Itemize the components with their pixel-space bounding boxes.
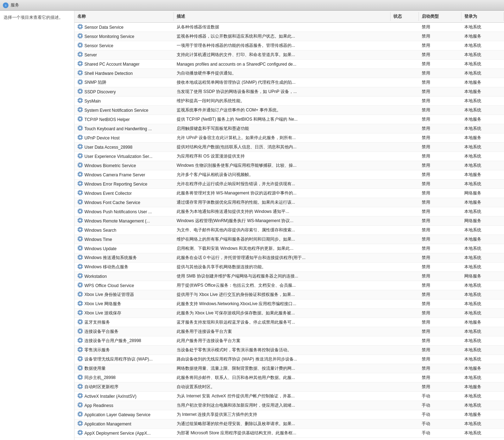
svg-rect-265 (80, 268, 81, 269)
table-row[interactable]: TCP/IP NetBIOS Helper提供 TCP/IP (NetBT) 服… (74, 115, 504, 124)
table-row[interactable]: Server支持此计算机通过网络的文件、打印、和命名管道共享。如果...禁用本地… (74, 50, 504, 60)
table-row[interactable]: Xbox Live 网络服务此服务支持 Windows.Networking.X… (74, 299, 504, 309)
table-row[interactable]: Application Layer Gateway Service为 Inter… (74, 410, 504, 419)
table-row[interactable]: 设备管理无线应用程序协议 (WAP)...路由设备收到的无线应用程序协议 (WA… (74, 355, 504, 364)
table-body[interactable]: Sensor Data Service从各种传感器传送数据禁用本地系统 Sens… (74, 23, 504, 440)
title-bar: S 服务 (0, 0, 504, 11)
table-row[interactable]: Shared PC Account ManagerManages profile… (74, 60, 504, 69)
table-row[interactable]: Windows Event Collector此服务将管理对支持 WS-Mana… (74, 189, 504, 198)
table-row[interactable]: Windows Remote Management (...Windows 远程… (74, 216, 504, 226)
svg-rect-276 (78, 275, 79, 276)
service-startup-type: 禁用 (419, 88, 461, 96)
service-status (391, 414, 419, 416)
table-row[interactable]: SSDP Discovery当发现了使用 SSDP 协议的网络设备和服务，如 U… (74, 87, 504, 97)
gear-icon (77, 42, 83, 48)
service-description: 启用触摸键盘和手写面板笔和墨迹功能 (174, 125, 391, 133)
table-row[interactable]: User Experience Virtualization Ser...为应用… (74, 152, 504, 161)
svg-rect-407 (82, 395, 83, 396)
service-description: 通过缓存常用字体数据优化应用程序的性能。如果尚未运行该... (174, 198, 391, 207)
svg-rect-224 (80, 227, 81, 228)
service-icon (77, 190, 83, 197)
table-row[interactable]: 数据使用量网络数据使用量、流量上限、限制背景数据、按流量计费的网...禁用本地服… (74, 364, 504, 373)
svg-rect-115 (80, 130, 81, 131)
service-startup-type: 禁用 (419, 171, 461, 179)
gear-icon (77, 337, 83, 343)
table-row[interactable]: Xbox Live 身份验证管理器提供用于与 Xbox Live 进行交互的身份… (74, 290, 504, 299)
table-row[interactable]: 零售演示服务当设备处于零售演示模式时，零售演示服务将控制设备活动。禁用本地系统 (74, 346, 504, 355)
table-row[interactable]: Windows Push Notifications User ...此服务为本… (74, 207, 504, 216)
svg-rect-65 (80, 83, 81, 84)
table-row[interactable]: AppX Deployment Service (AppX...为部署 Micr… (74, 429, 504, 438)
svg-rect-375 (80, 369, 81, 370)
table-row[interactable]: 连接设备平台服务此服务用于连接设备平台方案禁用本地系统 (74, 327, 504, 336)
table-row[interactable]: 自动时区更新程序自动设置系统时区。禁用本地服务 (74, 383, 504, 392)
service-status (391, 275, 419, 277)
table-row[interactable]: Windows Update启用检测、下载和安装 Windows 和其他程序的更… (74, 244, 504, 253)
svg-rect-336 (78, 331, 79, 331)
table-row[interactable]: 连接设备平台用户服务_28998此用户服务用于连接设备平台方案禁用本地系统 (74, 336, 504, 346)
table-row[interactable]: SNMP 陷阱接收本地或远程简单网络管理协议 (SNMP) 代理程序生成的陷..… (74, 78, 504, 87)
svg-rect-325 (80, 323, 81, 324)
table-row[interactable]: Sensor Data Service从各种传感器传送数据禁用本地系统 (74, 23, 504, 32)
svg-rect-267 (82, 266, 83, 267)
table-row[interactable]: User Data Access_28998提供对结构化用户数据(包括联系人信息… (74, 143, 504, 152)
table-row[interactable]: 同步主机_28998此服务将同步邮件、联系人、日历和各种其他用户数据。此服...… (74, 373, 504, 383)
table-row[interactable]: Windows 推送通知系统服务此服务在会话 0 中运行，并托管管理通知平台和连… (74, 253, 504, 263)
service-description: 当用户初次登录到这台电脑和添加新应用时，使应用进入就绪... (174, 401, 391, 409)
table-row[interactable]: Shell Hardware Detection为自动播放硬件事件提供通知。禁用… (74, 69, 504, 78)
svg-point-273 (79, 275, 81, 277)
table-row[interactable]: Windows Time维护在网络上的所有客户端和服务器的时间和日期同步。如果.… (74, 235, 504, 244)
svg-rect-136 (78, 146, 79, 147)
svg-rect-227 (82, 229, 83, 230)
table-row[interactable]: Xbox Live 游戏保存此服务为 Xbox Live 可保存游戏同步保存数据… (74, 309, 504, 318)
table-row[interactable]: Windows 移动热点服务提供与其他设备共享手机网络数据连接的功能。禁用本地系… (74, 263, 504, 272)
gear-icon (77, 51, 83, 57)
service-status (391, 395, 419, 397)
service-name-text: ActiveX Installer (AxInstSV) (84, 394, 137, 399)
svg-rect-355 (80, 351, 81, 352)
service-login-as: 本地系统 (461, 300, 504, 308)
svg-rect-94 (80, 107, 81, 108)
header-login: 登录为 (461, 12, 504, 21)
table-row[interactable]: Sensor Monitoring Service监视各种传感器，以公开数据和适… (74, 32, 504, 41)
svg-rect-195 (80, 203, 81, 204)
table-row[interactable]: SysMain维护和提高一段时间内的系统性能。禁用本地系统 (74, 97, 504, 106)
table-row[interactable]: Windows Search为文件、电子邮件和其他内容提供内容索引、属性缓存和搜… (74, 226, 504, 235)
service-name-cell: AppX Deployment Service (AppX... (74, 429, 174, 438)
gear-icon (77, 282, 83, 288)
table-row[interactable]: Sensor Service一项用于管理各种传感器的功能的传感器服务。管理传感器… (74, 41, 504, 50)
table-row[interactable]: App Readiness当用户初次登录到这台电脑和添加新应用时，使应用进入就绪… (74, 401, 504, 410)
svg-point-133 (79, 145, 81, 148)
table-row[interactable]: ActiveX Installer (AxInstSV)为从 Internet … (74, 392, 504, 401)
table-row[interactable]: 蓝牙支持服务蓝牙服务支持发现和关联远程蓝牙设备。停止或禁用此服务可...禁用本地… (74, 318, 504, 327)
table-row[interactable]: Touch Keyboard and Handwriting ...启用触摸键盘… (74, 124, 504, 133)
table-row[interactable]: System Event Notification Service监视系统事件并… (74, 106, 504, 115)
service-status (391, 192, 419, 194)
service-name-cell: Shared PC Account Manager (74, 60, 174, 68)
service-icon (77, 365, 83, 372)
service-name-text: User Experience Virtualization Ser... (84, 154, 153, 159)
service-description: 为从 Internet 安装 ActiveX 控件提供用户帐户控制验证，并基..… (174, 392, 391, 400)
service-startup-type: 禁用 (419, 152, 461, 160)
service-description: 当设备处于零售演示模式时，零售演示服务将控制设备活动。 (174, 346, 391, 354)
service-login-as: 本地系统 (461, 143, 504, 151)
svg-rect-437 (82, 423, 83, 424)
svg-rect-54 (80, 70, 81, 71)
table-row[interactable]: Windows Camera Frame Server允许多个客户端从相机设备访… (74, 170, 504, 180)
svg-rect-257 (82, 257, 83, 258)
svg-rect-196 (78, 202, 79, 202)
table-row[interactable]: Windows Biometric ServiceWindows 生物识别服务使… (74, 161, 504, 170)
table-row[interactable]: WPS Office Cloud Service用于提供WPS Office云服… (74, 281, 504, 290)
service-login-as: 本地系统 (461, 309, 504, 317)
table-row[interactable]: UPnP Device Host允许 UPnP 设备宿主在此计算机上。如果停止此… (74, 133, 504, 143)
svg-rect-347 (82, 340, 83, 341)
table-row[interactable]: Workstation使用 SMB 协议创建并维护客户端网络与远程服务器之间的连… (74, 272, 504, 281)
service-icon (77, 402, 83, 409)
content-area: 选择一个项目来查看它的描述。 名称 描述 状态 启动类型 登录为 Sensor … (0, 11, 504, 440)
svg-rect-376 (78, 368, 79, 368)
service-login-as: 本地系统 (461, 346, 504, 354)
svg-point-323 (79, 321, 81, 323)
table-row[interactable]: Windows Error Reporting Service允许在程序停止运行… (74, 180, 504, 189)
table-row[interactable]: Windows Font Cache Service通过缓存常用字体数据优化应用… (74, 198, 504, 207)
table-row[interactable]: Application Management为通过组策略部署的软件处理安装、删除… (74, 419, 504, 429)
